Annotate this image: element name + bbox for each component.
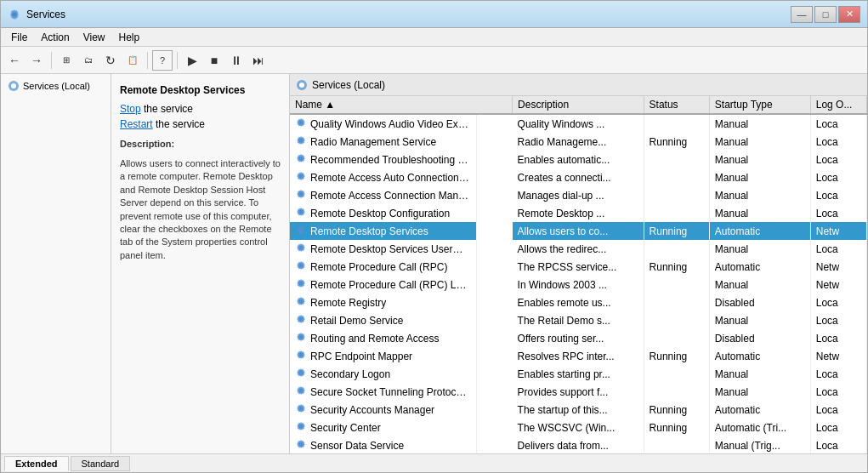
table-row[interactable]: Sensor Data ServiceDelivers data from...…: [290, 436, 867, 453]
col-header-status[interactable]: Status: [644, 96, 709, 114]
restart-suffix: the service: [153, 118, 205, 130]
service-description-cell: Allows users to co...: [513, 222, 644, 240]
service-icon: [295, 224, 307, 238]
stop-service-link[interactable]: Stop: [120, 103, 141, 115]
col-header-log-on[interactable]: Log O...: [810, 96, 866, 114]
table-row[interactable]: Radio Management ServiceRadio Manageme..…: [290, 133, 867, 151]
service-startup-type-cell: Disabled: [709, 329, 810, 347]
service-log-on-cell: Loca: [810, 293, 866, 311]
table-row[interactable]: Remote RegistryEnables remote us...Disab…: [290, 293, 867, 311]
service-status-cell: Running: [644, 258, 709, 276]
service-name-cell: Remote Desktop Services: [290, 222, 477, 240]
table-row[interactable]: Retail Demo ServiceThe Retail Demo s...M…: [290, 311, 867, 329]
forward-button[interactable]: →: [26, 50, 47, 71]
service-description-cell: Offers routing ser...: [513, 329, 644, 347]
back-button[interactable]: ←: [4, 50, 25, 71]
restart-service-link[interactable]: Restart: [120, 118, 153, 130]
service-status-cell: [644, 329, 709, 347]
service-description-cell: Remote Desktop ...: [513, 204, 644, 222]
service-log-on-cell: Loca: [810, 365, 866, 383]
services-panel: Services (Local) Name ▲ Description Stat…: [290, 74, 867, 453]
services-tbody: Quality Windows Audio Video ExperienceQu…: [290, 114, 867, 453]
service-startup-type-cell: Automatic: [709, 222, 810, 240]
service-name-cell: Remote Procedure Call (RPC) Locator: [290, 276, 477, 293]
service-startup-type-cell: Manual: [709, 168, 810, 186]
table-row[interactable]: Security CenterThe WSCSVC (Win...Running…: [290, 419, 867, 436]
service-name-text: Security Center: [310, 422, 381, 434]
service-name-cell: Retail Demo Service: [290, 311, 477, 329]
col-header-startup-type[interactable]: Startup Type: [709, 96, 810, 114]
table-row[interactable]: RPC Endpoint MapperResolves RPC inter...…: [290, 347, 867, 365]
refresh-button[interactable]: ↻: [100, 50, 121, 71]
stop-button[interactable]: ■: [204, 50, 224, 71]
menu-bar: File Action View Help: [1, 28, 867, 47]
restart-button[interactable]: ⏭: [248, 50, 269, 71]
table-row[interactable]: Secure Socket Tunneling Protocol Service…: [290, 383, 867, 401]
service-icon: [295, 367, 307, 381]
desc-service-title: Remote Desktop Services: [120, 84, 281, 96]
service-startup-type-cell: Manual: [709, 133, 810, 151]
nav-panel: Services (Local): [1, 74, 111, 453]
services-window: Services — □ ✕ File Action View Help ← →…: [0, 0, 868, 473]
show-hide-button[interactable]: ⊞: [56, 50, 77, 71]
minimize-button[interactable]: —: [791, 6, 813, 23]
service-icon: [295, 188, 307, 202]
table-row[interactable]: Remote Desktop ConfigurationRemote Deskt…: [290, 204, 867, 222]
service-startup-type-cell: Automatic: [709, 258, 810, 276]
services-table-container[interactable]: Name ▲ Description Status Startup Type L…: [290, 96, 867, 453]
service-startup-type-cell: Automatic: [709, 401, 810, 419]
service-description-cell: The RPCSS service...: [513, 258, 644, 276]
help-toolbar-button[interactable]: ?: [152, 50, 173, 71]
table-row[interactable]: Secondary LogonEnables starting pr...Man…: [290, 365, 867, 383]
service-startup-type-cell: Manual: [709, 365, 810, 383]
service-status-cell: [644, 114, 709, 133]
service-icon: [295, 259, 307, 274]
menu-file[interactable]: File: [4, 30, 34, 45]
services-table: Name ▲ Description Status Startup Type L…: [290, 96, 867, 453]
service-icon: [295, 295, 307, 310]
service-description-cell: Enables starting pr...: [513, 365, 644, 383]
service-status-cell: [644, 168, 709, 186]
menu-help[interactable]: Help: [112, 30, 147, 45]
table-row[interactable]: Recommended Troubleshooting ServiceEnabl…: [290, 151, 867, 168]
service-name-text: Remote Desktop Services: [310, 225, 428, 237]
service-name-cell: Radio Management Service: [290, 133, 477, 151]
main-content: Services (Local) Remote Desktop Services…: [1, 74, 867, 453]
table-row[interactable]: Routing and Remote AccessOffers routing …: [290, 329, 867, 347]
extended-tab[interactable]: Extended: [4, 456, 69, 471]
service-name-cell: Recommended Troubleshooting Service: [290, 151, 477, 168]
pause-button[interactable]: ⏸: [226, 50, 247, 71]
table-row[interactable]: Remote Desktop Services UserMode Port Re…: [290, 240, 867, 258]
service-description-cell: Radio Manageme...: [513, 133, 644, 151]
close-button[interactable]: ✕: [838, 6, 860, 23]
table-row[interactable]: Remote Access Auto Connection ManagerCre…: [290, 168, 867, 186]
window-icon: [8, 8, 21, 21]
play-button[interactable]: ▶: [182, 50, 202, 71]
service-icon: [295, 134, 307, 149]
col-header-description[interactable]: Description: [513, 96, 644, 114]
service-icon: [295, 313, 307, 328]
stop-suffix: the service: [141, 103, 193, 115]
table-row[interactable]: Security Accounts ManagerThe startup of …: [290, 401, 867, 419]
menu-action[interactable]: Action: [34, 30, 76, 45]
table-row[interactable]: Remote Procedure Call (RPC) LocatorIn Wi…: [290, 276, 867, 293]
table-row[interactable]: Remote Access Connection ManagerManages …: [290, 186, 867, 204]
nav-item-label: Services (Local): [23, 81, 90, 91]
service-startup-type-cell: Manual: [709, 151, 810, 168]
service-status-cell: [644, 276, 709, 293]
col-header-name[interactable]: Name ▲: [290, 96, 513, 114]
service-status-cell: [644, 240, 709, 258]
description-panel: Remote Desktop Services Stop the service…: [111, 74, 290, 453]
nav-item-services-local[interactable]: Services (Local): [3, 77, 109, 94]
services-local-icon: [8, 80, 20, 92]
table-row[interactable]: Remote Desktop ServicesAllows users to c…: [290, 222, 867, 240]
standard-tab[interactable]: Standard: [71, 456, 131, 471]
address-bar: Services (Local): [290, 74, 867, 96]
maximize-button[interactable]: □: [814, 6, 837, 23]
table-row[interactable]: Remote Procedure Call (RPC)The RPCSS ser…: [290, 258, 867, 276]
table-row[interactable]: Quality Windows Audio Video ExperienceQu…: [290, 114, 867, 133]
service-description-cell: Quality Windows ...: [513, 114, 644, 133]
menu-view[interactable]: View: [77, 30, 112, 45]
tree-button[interactable]: 🗂: [78, 50, 99, 71]
export-button[interactable]: 📋: [122, 50, 143, 71]
